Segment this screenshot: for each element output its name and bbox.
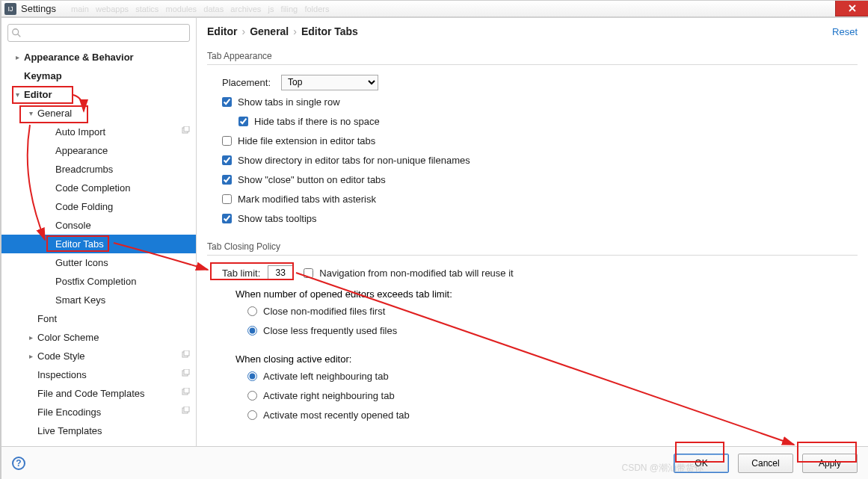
close-icon	[849, 4, 856, 12]
search-input[interactable]	[23, 28, 186, 38]
tooltips-checkbox[interactable]	[222, 214, 232, 223]
sidebar-item-label: Editor Tabs	[55, 238, 190, 250]
show-dir-checkbox[interactable]	[222, 155, 232, 165]
placement-select[interactable]: Top	[281, 75, 378, 90]
dialog-footer: ? OK Cancel Apply	[1, 446, 868, 479]
activate-right-label: Activate right neighbouring tab	[263, 390, 395, 401]
svg-point-0	[13, 29, 19, 35]
active-heading: When closing active editor:	[222, 340, 858, 366]
sidebar-item-appearance[interactable]: Appearance	[1, 141, 196, 160]
mark-asterisk-label: Mark modified tabs with asterisk	[238, 194, 376, 205]
caret-icon	[24, 352, 37, 360]
sidebar-item-label: Inspections	[37, 369, 181, 380]
sidebar-item-label: Gutter Icons	[55, 257, 190, 268]
hide-no-space-checkbox[interactable]	[238, 117, 248, 126]
close-lfu-label: Close less frequently used files	[263, 325, 397, 336]
sidebar-item-label: Editor	[24, 89, 190, 100]
hide-ext-checkbox[interactable]	[222, 136, 232, 146]
sidebar-item-editor-tabs[interactable]: Editor Tabs	[1, 235, 196, 253]
caret-icon	[24, 109, 37, 117]
sidebar-item-font[interactable]: Font	[1, 309, 196, 328]
sidebar-item-inspections[interactable]: Inspections	[1, 365, 196, 384]
sidebar-item-label: Code Completion	[55, 182, 190, 194]
close-non-modified-label: Close non-modified files first	[263, 306, 385, 317]
single-row-label: Show tabs in single row	[238, 96, 340, 108]
svg-line-1	[18, 34, 21, 37]
sidebar-item-label: Keymap	[24, 70, 190, 81]
sidebar-item-smart-keys[interactable]: Smart Keys	[1, 291, 196, 309]
cancel-button[interactable]: Cancel	[738, 454, 793, 473]
sidebar-item-label: File and Code Templates	[37, 388, 181, 399]
section-tab-appearance: Tab Appearance	[207, 46, 858, 65]
exceed-heading: When number of opened editors exceeds ta…	[222, 282, 858, 301]
activate-left-radio[interactable]	[247, 371, 257, 381]
sidebar-item-keymap[interactable]: Keymap	[1, 67, 196, 85]
window-title: Settings	[21, 3, 56, 14]
sidebar-item-label: Color Scheme	[37, 332, 190, 343]
sidebar-item-appearance-behavior[interactable]: Appearance & Behavior	[1, 48, 196, 67]
help-button[interactable]: ?	[12, 457, 25, 470]
svg-rect-5	[184, 350, 189, 356]
sidebar-item-code-folding[interactable]: Code Folding	[1, 197, 196, 216]
tab-limit-input[interactable]	[268, 265, 293, 280]
crumb-editor-tabs: Editor Tabs	[301, 25, 358, 37]
sidebar-item-editor[interactable]: Editor	[1, 85, 196, 104]
svg-rect-11	[184, 407, 189, 412]
svg-rect-7	[184, 369, 189, 374]
sidebar-item-console[interactable]: Console	[1, 216, 196, 235]
activate-recent-radio[interactable]	[247, 410, 257, 420]
caret-icon	[24, 333, 37, 342]
sidebar-item-label: Postfix Completion	[55, 276, 190, 287]
nav-reuse-checkbox[interactable]	[304, 268, 313, 278]
sidebar-item-code-style[interactable]: Code Style	[1, 347, 196, 365]
sidebar-item-general[interactable]: General	[1, 104, 196, 123]
close-lfu-radio[interactable]	[247, 326, 257, 336]
sidebar-item-code-completion[interactable]: Code Completion	[1, 179, 196, 197]
app-icon: IJ	[4, 3, 16, 15]
close-button[interactable]	[835, 0, 868, 16]
sidebar-item-label: Live Templates	[37, 425, 190, 436]
copy-profile-icon	[181, 350, 190, 362]
crumb-general[interactable]: General	[250, 25, 289, 37]
reset-link[interactable]: Reset	[832, 26, 858, 37]
sidebar-item-label: Smart Keys	[55, 294, 190, 306]
ok-button[interactable]: OK	[674, 454, 729, 473]
mark-asterisk-checkbox[interactable]	[222, 194, 232, 204]
show-close-checkbox[interactable]	[222, 175, 232, 185]
sidebar-item-label: Font	[37, 313, 190, 324]
breadcrumb: Editor › General › Editor Tabs Reset	[197, 18, 868, 42]
show-close-label: Show "close" button on editor tabs	[238, 174, 386, 185]
settings-tree: Appearance & BehaviorKeymapEditorGeneral…	[1, 48, 196, 446]
sidebar-item-color-scheme[interactable]: Color Scheme	[1, 328, 196, 347]
activate-right-radio[interactable]	[247, 391, 257, 401]
sidebar-item-live-templates[interactable]: Live Templates	[1, 421, 196, 440]
show-dir-label: Show directory in editor tabs for non-un…	[238, 155, 470, 166]
nav-reuse-label: Navigation from non-modified tab will re…	[319, 268, 513, 279]
sidebar-item-file-encodings[interactable]: File Encodings	[1, 403, 196, 421]
close-non-modified-radio[interactable]	[247, 306, 257, 316]
sidebar-item-gutter-icons[interactable]: Gutter Icons	[1, 253, 196, 272]
chevron-right-icon: ›	[241, 25, 245, 37]
tab-limit-label: Tab limit:	[222, 268, 260, 279]
caret-icon	[10, 53, 24, 61]
activate-left-label: Activate left neighbouring tab	[263, 371, 389, 382]
titlebar: IJ Settings main webapps statics modules…	[1, 1, 868, 17]
sidebar-item-label: Code Folding	[55, 201, 190, 212]
settings-panel: Tab Appearance Placement: Top Show tabs …	[197, 42, 868, 446]
crumb-editor[interactable]: Editor	[207, 25, 237, 37]
sidebar-item-postfix-completion[interactable]: Postfix Completion	[1, 272, 196, 291]
search-box[interactable]	[7, 24, 190, 42]
sidebar-item-label: File Encodings	[37, 407, 181, 418]
single-row-checkbox[interactable]	[222, 97, 232, 107]
apply-button[interactable]: Apply	[802, 454, 858, 473]
tooltips-label: Show tabs tooltips	[238, 213, 317, 224]
sidebar-item-label: Code Style	[37, 350, 181, 362]
copy-profile-icon	[181, 126, 190, 137]
chevron-right-icon: ›	[293, 25, 297, 37]
section-closing-policy: Tab Closing Policy	[207, 237, 858, 256]
sidebar-item-breadcrumbs[interactable]: Breadcrumbs	[1, 160, 196, 179]
sidebar-item-auto-import[interactable]: Auto Import	[1, 123, 196, 141]
sidebar-item-label: Appearance	[55, 145, 190, 156]
sidebar-item-file-and-code-templates[interactable]: File and Code Templates	[1, 384, 196, 403]
activate-recent-label: Activate most recently opened tab	[263, 410, 410, 421]
